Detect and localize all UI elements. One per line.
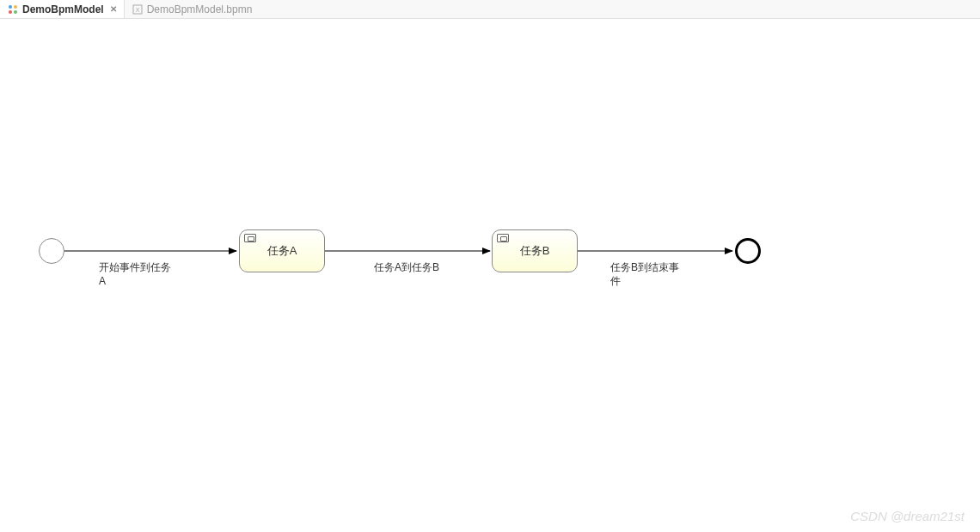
close-icon[interactable]: ✕: [110, 4, 117, 14]
svg-point-2: [9, 10, 12, 14]
user-task-icon: [244, 234, 256, 242]
svg-text:X: X: [135, 7, 139, 13]
task-b[interactable]: 任务B: [492, 229, 578, 272]
user-task-icon: [497, 234, 509, 242]
bpmn-diagram-icon: [7, 3, 19, 15]
tab-label: DemoBpmModel: [22, 3, 104, 15]
flow-label-b-to-end[interactable]: 任务B到结束事件: [610, 261, 688, 288]
svg-point-0: [9, 5, 12, 9]
task-label: 任务B: [520, 243, 550, 259]
flow-label-a-to-b[interactable]: 任务A到任务B: [374, 261, 439, 275]
svg-point-1: [14, 5, 17, 9]
tab-demo-bpm-model-bpmn[interactable]: X DemoBpmModel.bpmn: [125, 0, 260, 18]
flow-label-start-to-a[interactable]: 开始事件到任务A: [99, 261, 176, 288]
watermark: CSDN @dream21st: [850, 509, 965, 523]
svg-point-3: [14, 10, 17, 14]
tab-demo-bpm-model[interactable]: DemoBpmModel ✕: [0, 0, 125, 18]
end-event[interactable]: [735, 238, 761, 264]
tab-label: DemoBpmModel.bpmn: [147, 3, 253, 15]
editor-tab-bar: DemoBpmModel ✕ X DemoBpmModel.bpmn: [0, 0, 980, 19]
bpmn-canvas[interactable]: 任务A 任务B 开始事件到任务A 任务A到任务B 任务B到结束事件 CSDN @…: [0, 19, 980, 532]
xml-file-icon: X: [132, 3, 144, 15]
task-a[interactable]: 任务A: [239, 229, 325, 272]
task-label: 任务A: [267, 243, 297, 259]
start-event[interactable]: [39, 238, 64, 264]
